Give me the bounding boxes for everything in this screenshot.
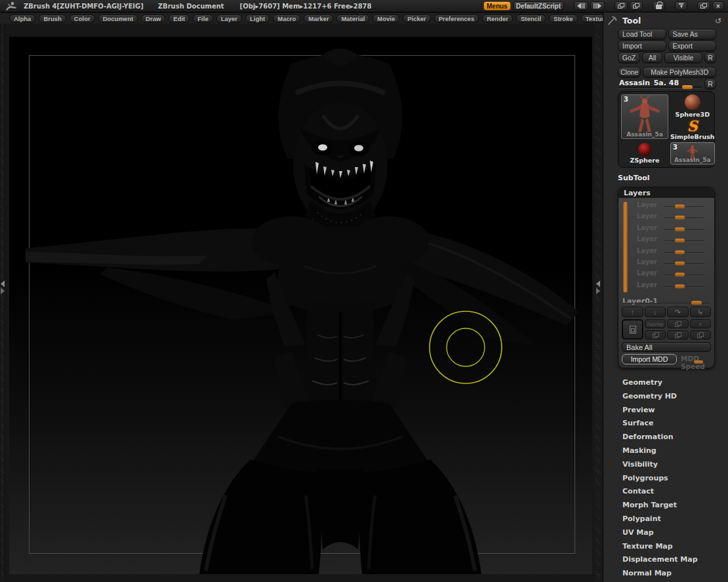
menu-item[interactable]: Document xyxy=(98,14,138,23)
layer-row[interactable]: Layer xyxy=(636,223,710,234)
menu-item[interactable]: Marker xyxy=(304,14,333,23)
layer-move-up-button[interactable]: ↑ xyxy=(622,307,643,317)
divider-open-left-icon[interactable] xyxy=(596,281,600,287)
divider-open-right-icon[interactable] xyxy=(1,288,5,294)
layer-row[interactable]: Layer xyxy=(636,268,710,279)
menu-item[interactable]: Stroke xyxy=(549,14,578,23)
active-layer-slider[interactable]: Layer0-1 xyxy=(622,294,710,305)
goz-r-button[interactable]: R xyxy=(704,52,716,63)
restore-button[interactable] xyxy=(697,1,710,10)
default-zscript-button[interactable]: DefaultZScript xyxy=(513,1,564,10)
layer-row[interactable]: Layer xyxy=(636,200,710,211)
section-header[interactable]: UV Map xyxy=(618,526,716,539)
subtool-section-header[interactable]: SubTool xyxy=(618,174,716,182)
bake-all-button[interactable]: Bake All xyxy=(622,342,711,352)
clone-button[interactable]: Clone xyxy=(618,67,641,77)
section-header[interactable]: Polygroups xyxy=(618,471,716,485)
section-header[interactable]: Morph Target xyxy=(618,498,716,512)
export-button[interactable]: Export xyxy=(668,41,717,51)
section-header[interactable]: Texture Map xyxy=(618,539,716,553)
menu-item[interactable]: Picker xyxy=(403,14,431,23)
merge-down-button[interactable] xyxy=(645,330,666,340)
layer-row[interactable]: Layer xyxy=(636,211,710,222)
close-button[interactable]: × xyxy=(712,1,724,10)
menu-item[interactable]: Preferences xyxy=(434,14,479,23)
canvas-area[interactable] xyxy=(5,24,594,582)
divider-grip[interactable] xyxy=(1,24,4,582)
layer-slider-handle[interactable] xyxy=(675,262,685,265)
menu-item[interactable]: Edit xyxy=(169,14,190,23)
split-layer-button[interactable] xyxy=(667,330,688,340)
menu-item[interactable]: Brush xyxy=(39,14,66,23)
layer-slider-handle[interactable] xyxy=(675,273,685,277)
right-tray-divider[interactable] xyxy=(594,24,603,582)
divider-open-left-icon[interactable] xyxy=(1,281,5,287)
make-polymesh3d-button[interactable]: Make PolyMesh3D xyxy=(643,67,716,77)
mdd-speed-slider[interactable]: MDD Speed xyxy=(679,354,711,364)
recent-tool-thumbnail[interactable]: 3 Assasin_5a xyxy=(670,142,715,165)
invert-layer-button[interactable] xyxy=(690,330,711,340)
layer-slider-handle[interactable] xyxy=(675,284,685,288)
next-document-button[interactable] xyxy=(630,1,643,10)
palette-reset-icon[interactable]: ↺ xyxy=(715,16,721,26)
layer-slider-handle[interactable] xyxy=(675,216,685,220)
delete-layer-button[interactable]: × xyxy=(690,319,711,328)
menu-item[interactable]: Stencil xyxy=(516,14,546,23)
import-mdd-button[interactable]: Import MDD xyxy=(622,354,677,364)
section-header[interactable]: Normal Map xyxy=(618,566,716,580)
scroll-left-button[interactable] xyxy=(574,1,588,10)
menu-item[interactable]: Movie xyxy=(373,14,399,23)
left-tray-divider[interactable] xyxy=(0,24,5,582)
layer-slider-handle[interactable] xyxy=(675,227,685,231)
layer-redo-button[interactable]: ↷ xyxy=(667,307,689,317)
menu-item[interactable]: Render xyxy=(482,14,513,23)
zsphere-item[interactable]: ZSphere xyxy=(621,142,668,165)
new-layer-button[interactable] xyxy=(622,319,643,340)
tool-palette-header[interactable]: Tool ↺ xyxy=(603,12,728,29)
lock-button[interactable] xyxy=(653,1,665,10)
menu-item[interactable]: Draw xyxy=(141,14,165,23)
layer-slider-handle[interactable] xyxy=(675,239,685,242)
layer-slider-handle[interactable] xyxy=(675,250,685,254)
menus-toggle-button[interactable]: Menus xyxy=(483,1,511,10)
section-header[interactable]: Geometry HD xyxy=(618,389,716,403)
menu-item[interactable]: Color xyxy=(70,14,95,23)
section-header[interactable]: Deformation xyxy=(618,430,716,444)
scroll-right-button[interactable] xyxy=(590,1,605,10)
section-header[interactable]: Geometry xyxy=(618,376,716,389)
menu-item[interactable]: Light xyxy=(245,14,270,23)
goz-visible-button[interactable]: Visible xyxy=(664,52,702,63)
section-header[interactable]: Visibility xyxy=(618,457,716,471)
menu-item[interactable]: Alpha xyxy=(9,14,35,23)
layer-branch-button[interactable]: ↳ xyxy=(690,307,712,317)
slider-handle[interactable] xyxy=(682,85,693,89)
duplicate-layer-button[interactable] xyxy=(667,319,688,328)
layers-header[interactable]: Layers xyxy=(618,187,714,198)
section-header[interactable]: Contact xyxy=(618,485,716,499)
layer-row[interactable]: Layer xyxy=(636,246,710,257)
section-header[interactable]: Preview xyxy=(618,403,716,417)
layers-scrollbar[interactable] xyxy=(623,202,628,292)
layer-slider-handle[interactable] xyxy=(675,204,685,208)
tool-r-button[interactable]: R xyxy=(704,79,716,89)
active-tool-slider[interactable]: Assasin_5a. 48 xyxy=(618,79,702,89)
section-header[interactable]: Polypaint xyxy=(618,512,716,526)
menu-item[interactable]: Layer xyxy=(216,14,242,23)
goz-button[interactable]: GoZ xyxy=(618,52,640,63)
minimize-button[interactable] xyxy=(675,1,687,10)
layer-row[interactable]: Layer xyxy=(636,280,710,291)
goz-all-button[interactable]: All xyxy=(642,52,662,63)
layer-name-button[interactable]: Name xyxy=(645,319,666,328)
simplebrush-item[interactable]: S SimpleBrush xyxy=(670,119,715,140)
menu-item[interactable]: File xyxy=(193,14,212,23)
import-button[interactable]: Import xyxy=(618,41,666,51)
divider-grip[interactable] xyxy=(596,24,601,582)
zbrush-document[interactable] xyxy=(9,37,592,574)
section-header[interactable]: Surface xyxy=(618,417,716,431)
divider-open-right-icon[interactable] xyxy=(596,288,600,294)
slider-handle[interactable] xyxy=(694,360,703,364)
menu-item[interactable]: Material xyxy=(336,14,369,23)
layer-move-down-button[interactable]: ↓ xyxy=(645,307,666,317)
load-tool-button[interactable]: Load Tool xyxy=(618,29,666,39)
save-as-button[interactable]: Save As xyxy=(668,29,717,39)
